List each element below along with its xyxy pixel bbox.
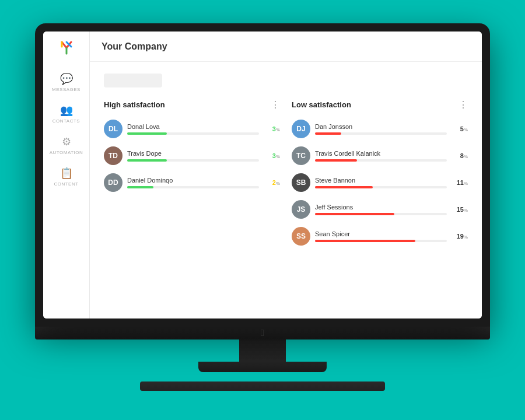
monitor-bezel:  — [35, 327, 490, 340]
list-item: SS Sean Spicer 19% — [292, 227, 468, 246]
avatar: DJ — [292, 120, 310, 138]
person-name: Daniel Dominqo — [127, 177, 259, 184]
company-title: Your Company — [102, 41, 167, 52]
low-satisfaction-header: Low satisfaction ⋮ — [292, 99, 468, 110]
avatar: DD — [104, 173, 123, 192]
dashboard-area: High satisfaction ⋮ DL Donal Lova — [90, 62, 482, 265]
high-satisfaction-header: High satisfaction ⋮ — [104, 99, 280, 110]
person-info: Donal Lova — [127, 123, 259, 135]
list-item: JS Jeff Sessions 15% — [292, 200, 468, 219]
search-bar[interactable] — [104, 74, 162, 88]
bar-track — [315, 213, 447, 215]
bar-fill — [315, 186, 373, 188]
avatar: TC — [292, 146, 310, 165]
percent-value: 11% — [452, 179, 468, 186]
bar-fill — [315, 132, 341, 135]
list-item: DJ Dan Jonsson 5% — [292, 120, 468, 138]
percent-value: 5% — [452, 125, 468, 132]
person-name: Sean Spicer — [315, 230, 447, 237]
avatar: JS — [292, 200, 310, 219]
high-satisfaction-menu[interactable]: ⋮ — [271, 99, 280, 110]
low-satisfaction-panel: Low satisfaction ⋮ DJ Dan Jonsson — [292, 99, 468, 254]
list-item: DL Donal Lova 3% — [104, 120, 280, 138]
person-info: Daniel Dominqo — [127, 177, 259, 188]
sidebar-item-contacts[interactable]: 👥 CONTACTS — [43, 99, 89, 128]
content-label: CONTENT — [54, 181, 78, 187]
monitor-stand-base — [198, 362, 327, 372]
bar-track — [315, 159, 447, 162]
avatar: SS — [292, 227, 310, 246]
person-info: Jeff Sessions — [315, 204, 447, 215]
panels-row: High satisfaction ⋮ DL Donal Lova — [104, 99, 468, 254]
bar-track — [127, 132, 259, 135]
bar-track — [127, 159, 259, 162]
app-logo — [56, 37, 77, 58]
sidebar-item-messages[interactable]: 💬 MESSAGES — [43, 68, 89, 97]
main-content: Your Company High satisfaction ⋮ — [90, 32, 482, 318]
low-satisfaction-menu[interactable]: ⋮ — [459, 99, 468, 110]
apple-logo-icon:  — [261, 328, 264, 338]
sidebar-item-automation[interactable]: ⚙ AUTOMATION — [43, 131, 89, 160]
percent-value: 2% — [264, 179, 280, 186]
avatar: TD — [104, 146, 123, 165]
sidebar: 💬 MESSAGES 👥 CONTACTS ⚙ AUTOMATION 📋 CON… — [43, 32, 90, 318]
person-info: Dan Jonsson — [315, 123, 447, 135]
low-satisfaction-title: Low satisfaction — [292, 100, 351, 109]
contacts-icon: 👥 — [60, 104, 73, 117]
bar-fill — [127, 132, 167, 135]
high-satisfaction-panel: High satisfaction ⋮ DL Donal Lova — [104, 99, 280, 254]
high-satisfaction-title: High satisfaction — [104, 100, 165, 109]
person-info: Steve Bannon — [315, 177, 447, 188]
contacts-label: CONTACTS — [52, 118, 80, 124]
messages-label: MESSAGES — [52, 87, 80, 92]
percent-value: 19% — [452, 233, 468, 240]
avatar: DL — [104, 120, 123, 138]
bar-track — [315, 186, 447, 188]
bar-fill — [127, 186, 153, 188]
messages-icon: 💬 — [60, 72, 73, 85]
list-item: DD Daniel Dominqo 2% — [104, 173, 280, 192]
person-name: Donal Lova — [127, 123, 259, 130]
percent-value: 3% — [264, 125, 280, 132]
avatar: SB — [292, 173, 310, 192]
keyboard — [140, 382, 385, 391]
bar-fill — [315, 159, 357, 162]
person-info: Travis Cordell Kalanick — [315, 150, 447, 162]
sidebar-item-content[interactable]: 📋 CONTENT — [43, 162, 89, 191]
list-item: TC Travis Cordell Kalanick 8% — [292, 146, 468, 165]
bar-track — [315, 132, 447, 135]
person-name: Jeff Sessions — [315, 204, 447, 211]
list-item: SB Steve Bannon 11% — [292, 173, 468, 192]
header: Your Company — [90, 32, 482, 62]
monitor-neck — [239, 340, 286, 362]
bar-fill — [315, 213, 394, 215]
bar-fill — [127, 159, 167, 162]
list-item: TD Travis Dope 3% — [104, 146, 280, 165]
person-name: Travis Cordell Kalanick — [315, 150, 447, 157]
automation-icon: ⚙ — [62, 135, 71, 148]
person-name: Travis Dope — [127, 150, 259, 157]
person-name: Steve Bannon — [315, 177, 447, 184]
percent-value: 15% — [452, 206, 468, 213]
bar-track — [127, 186, 259, 188]
percent-value: 8% — [452, 152, 468, 159]
bar-track — [315, 240, 447, 242]
person-info: Travis Dope — [127, 150, 259, 162]
automation-label: AUTOMATION — [50, 150, 83, 155]
percent-value: 3% — [264, 152, 280, 159]
content-icon: 📋 — [60, 167, 73, 180]
person-info: Sean Spicer — [315, 230, 447, 242]
bar-fill — [315, 240, 415, 242]
person-name: Dan Jonsson — [315, 123, 447, 130]
